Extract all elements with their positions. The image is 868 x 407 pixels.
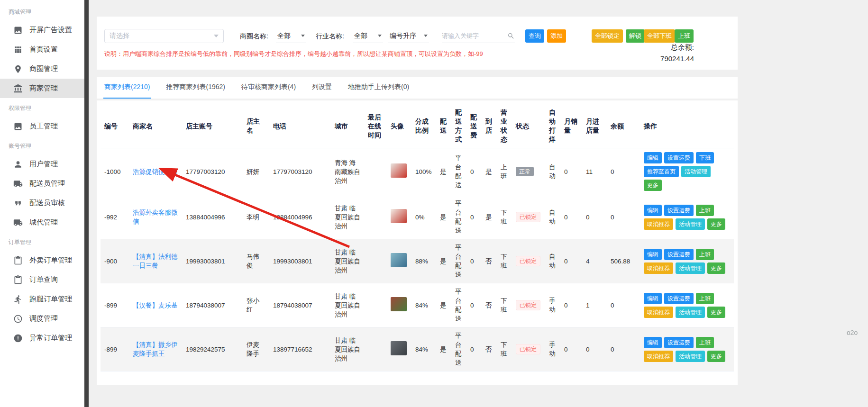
runner-icon	[13, 295, 23, 304]
filter-panel: 请选择 商圈名称: 全部 行业名称: 全部 编号升序 查询 添加	[97, 17, 738, 70]
on-duty-button[interactable]: 上班	[675, 29, 694, 43]
action-button[interactable]: 上班	[696, 205, 714, 216]
merchant-name-link[interactable]: 浩源外卖客服微信	[133, 209, 178, 225]
sidebar-item[interactable]: 开屏广告设置	[0, 20, 84, 40]
action-button[interactable]: 设置运费	[664, 205, 694, 216]
action-button[interactable]: 活动管理	[676, 307, 705, 318]
action-button[interactable]: 编辑	[644, 249, 662, 260]
action-button[interactable]: 取消推荐	[644, 351, 673, 362]
table-cell: 下班	[497, 239, 512, 283]
sidebar-item[interactable]: 用户管理	[0, 154, 84, 174]
table-cell: 13897716652	[269, 327, 331, 371]
action-button[interactable]: 取消推荐	[644, 307, 673, 318]
action-button[interactable]: 上班	[696, 249, 714, 260]
table-cell: 是	[436, 283, 451, 327]
sidebar-item[interactable]: 商家管理	[0, 79, 84, 98]
action-button[interactable]: 活动管理	[676, 351, 705, 362]
column-header: 操作	[640, 104, 734, 148]
merchant-name-link[interactable]: 【清真】法利德一日三餐	[133, 253, 178, 269]
sidebar-item[interactable]: 城代管理	[0, 213, 84, 232]
action-button[interactable]: 设置运费	[664, 249, 694, 260]
keyword-input[interactable]	[442, 32, 507, 39]
action-button[interactable]: 设置运费	[664, 293, 694, 304]
sidebar-item[interactable]: 首页设置	[0, 40, 84, 59]
business-circle-label: 商圈名称:	[240, 32, 268, 41]
table-cell: 19829242575	[182, 327, 243, 371]
row-actions: 编辑设置运费上班取消推荐活动管理更多	[644, 293, 730, 318]
action-button[interactable]: 更多	[707, 307, 725, 318]
sidebar-item[interactable]: 跑腿订单管理	[0, 289, 84, 309]
action-button[interactable]: 上班	[696, 293, 714, 304]
action-button[interactable]: 下班	[696, 152, 714, 163]
total-balance-value: 790241.44	[660, 54, 694, 64]
table-cell: 青海 海南藏族自治州	[331, 148, 364, 195]
sidebar-scrollbar[interactable]	[84, 0, 89, 407]
add-button[interactable]: 添加	[547, 29, 566, 43]
sidebar-item[interactable]: 配送员管理	[0, 174, 84, 193]
table-cell: 0	[466, 239, 482, 283]
status-badge: 已锁定	[516, 300, 540, 310]
tab[interactable]: 地推助手上传列表(0)	[347, 77, 410, 99]
merchant-name-link[interactable]: 【清真】撒乡伊麦隆手抓王	[133, 341, 178, 357]
merchant-avatar	[391, 209, 407, 223]
action-button[interactable]: 设置运费	[664, 152, 694, 163]
table-row: -899【汉餐】麦乐基18794038007张小红18794038007甘肃 临…	[101, 283, 734, 327]
action-button[interactable]: 更多	[644, 180, 662, 191]
unlock-button[interactable]: 解锁	[626, 29, 645, 43]
table-cell: 编辑设置运费上班取消推荐活动管理更多	[640, 327, 734, 371]
business-circle-select[interactable]: 全部	[276, 29, 306, 43]
industry-select[interactable]: 全部	[353, 29, 383, 43]
merchant-name-link[interactable]: 【汉餐】麦乐基	[133, 302, 178, 309]
status-badge: 已锁定	[516, 212, 540, 222]
sidebar-item[interactable]: 商圈管理	[0, 59, 84, 79]
sidebar-item[interactable]: 配送员审核	[0, 193, 84, 213]
lock-all-button[interactable]: 全部锁定	[592, 29, 623, 43]
action-button[interactable]: 活动管理	[676, 262, 705, 274]
action-button[interactable]: 取消推荐	[644, 218, 673, 230]
sidebar-item[interactable]: 外卖订单管理	[0, 251, 84, 270]
action-button[interactable]: 取消推荐	[644, 262, 673, 274]
tab[interactable]: 商家列表(2210)	[103, 77, 151, 99]
action-button[interactable]: 编辑	[644, 293, 662, 304]
action-button[interactable]: 活动管理	[681, 166, 711, 177]
action-button[interactable]: 上班	[696, 337, 714, 348]
table-cell: 甘肃 临夏回族自治州	[331, 195, 364, 239]
action-button[interactable]: 更多	[707, 262, 725, 274]
chevron-down-icon	[214, 35, 219, 37]
tab[interactable]: 推荐商家列表(1962)	[165, 77, 226, 99]
table-cell: 浩源外卖客服微信	[129, 195, 182, 239]
merchant-avatar	[391, 163, 407, 178]
column-header: 最后在线时间	[364, 104, 387, 148]
action-button[interactable]: 推荐至首页	[644, 166, 679, 177]
merchant-filter-select[interactable]: 请选择	[104, 29, 224, 43]
table-cell: 否	[482, 239, 497, 283]
tab[interactable]: 列设置	[311, 77, 333, 99]
chevron-down-icon	[301, 35, 305, 37]
table-cell: -992	[101, 195, 129, 239]
query-button[interactable]: 查询	[525, 29, 544, 43]
table-cell: 11	[582, 148, 607, 195]
tab[interactable]: 待审核商家列表(4)	[240, 77, 297, 99]
action-button[interactable]: 更多	[707, 218, 725, 230]
sidebar-item[interactable]: 订单查询	[0, 270, 84, 289]
action-button[interactable]: 编辑	[644, 337, 662, 348]
action-button[interactable]: 更多	[707, 351, 725, 362]
watermark: o2o	[847, 329, 858, 336]
table-cell: 17797003120	[182, 148, 243, 195]
action-button[interactable]: 编辑	[644, 205, 662, 216]
merchant-name-link[interactable]: 浩源促销便利店	[133, 168, 178, 175]
sidebar-item-label: 跑腿订单管理	[29, 295, 72, 304]
sidebar-section-title: 商域管理	[0, 2, 84, 20]
sidebar-section-title: 账号管理	[0, 136, 84, 154]
sidebar-item[interactable]: 员工管理	[0, 117, 84, 136]
table-cell: 0	[560, 148, 582, 195]
action-button[interactable]: 设置运费	[664, 337, 694, 348]
all-off-duty-button[interactable]: 全部下班	[644, 29, 675, 43]
sort-select[interactable]: 编号升序	[388, 29, 429, 43]
total-balance: 总余额: 790241.44	[660, 42, 694, 64]
action-button[interactable]: 编辑	[644, 152, 662, 163]
table-cell: 已锁定	[512, 327, 545, 371]
sidebar-item[interactable]: 调度管理	[0, 309, 84, 328]
action-button[interactable]: 活动管理	[676, 218, 705, 230]
sidebar-item[interactable]: 异常订单管理	[0, 328, 84, 348]
